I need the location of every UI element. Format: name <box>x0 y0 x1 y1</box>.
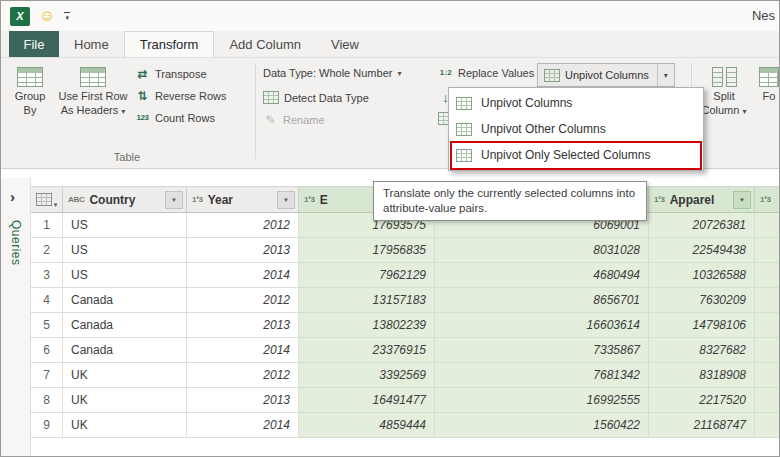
row-number[interactable]: 9 <box>31 413 63 438</box>
cell-value[interactable]: 17956835 <box>299 238 435 263</box>
cell-value[interactable]: 8327682 <box>649 338 755 363</box>
format-button[interactable]: Fo <box>749 63 780 104</box>
qat-customize-dropdown-icon[interactable]: ▾ <box>64 12 70 21</box>
cell-clipped[interactable] <box>755 363 780 388</box>
menu-item-unpivot-columns[interactable]: Unpivot Columns <box>449 90 703 116</box>
row-number[interactable]: 3 <box>31 263 63 288</box>
cell-value[interactable]: 10326588 <box>649 263 755 288</box>
cell-value[interactable]: 13157183 <box>299 288 435 313</box>
cell-country[interactable]: Canada <box>63 288 187 313</box>
cell-country[interactable]: US <box>63 213 187 238</box>
tab-home[interactable]: Home <box>59 31 124 57</box>
cell-value[interactable]: 7335867 <box>435 338 649 363</box>
cell-year[interactable]: 2014 <box>187 413 299 438</box>
replace-values-button[interactable]: 1↓2 Replace Values ▾ <box>438 67 543 79</box>
cell-value[interactable]: 2217520 <box>649 388 755 413</box>
cell-value[interactable]: 7962129 <box>299 263 435 288</box>
cell-year[interactable]: 2014 <box>187 263 299 288</box>
dropdown-arrow-icon[interactable]: ▾ <box>657 64 668 86</box>
cell-value[interactable]: 7630209 <box>649 288 755 313</box>
use-first-row-icon <box>80 67 106 87</box>
column-header-clipped[interactable]: 1²3 <box>755 186 780 213</box>
cell-value[interactable]: 8656701 <box>435 288 649 313</box>
tab-transform[interactable]: Transform <box>124 31 215 57</box>
menu-item-unpivot-other-columns[interactable]: Unpivot Other Columns <box>449 116 703 142</box>
cell-clipped[interactable] <box>755 213 780 238</box>
row-number[interactable]: 6 <box>31 338 63 363</box>
row-number[interactable]: 5 <box>31 313 63 338</box>
menu-item-label: Unpivot Other Columns <box>481 122 606 136</box>
count-rows-button[interactable]: 123 Count Rows <box>135 108 215 127</box>
cell-clipped[interactable] <box>755 263 780 288</box>
cell-value[interactable]: 4680494 <box>435 263 649 288</box>
number-type-icon: 1²3 <box>304 195 315 204</box>
column-header-apparel[interactable]: 1²3 Apparel ▾ <box>649 186 755 213</box>
transpose-button[interactable]: ⇄ Transpose <box>135 64 207 83</box>
cell-year[interactable]: 2012 <box>187 213 299 238</box>
queries-pane-label[interactable]: Queries <box>9 220 23 266</box>
cell-value[interactable]: 13802239 <box>299 313 435 338</box>
cell-value[interactable]: 21168747 <box>649 413 755 438</box>
cell-value[interactable]: 3392569 <box>299 363 435 388</box>
cell-clipped[interactable] <box>755 313 780 338</box>
tab-file[interactable]: File <box>9 31 59 57</box>
column-header-year[interactable]: 1²3 Year ▾ <box>187 186 299 213</box>
cell-clipped[interactable] <box>755 413 780 438</box>
cell-value[interactable]: 8318908 <box>649 363 755 388</box>
cell-year[interactable]: 2012 <box>187 288 299 313</box>
cell-value[interactable]: 23376915 <box>299 338 435 363</box>
cell-value[interactable]: 4859444 <box>299 413 435 438</box>
cell-country[interactable]: UK <box>63 388 187 413</box>
cell-clipped[interactable] <box>755 338 780 363</box>
cell-year[interactable]: 2014 <box>187 338 299 363</box>
filter-button[interactable]: ▾ <box>733 191 751 209</box>
table-corner-menu-button[interactable]: ▾ <box>31 186 63 213</box>
cell-year[interactable]: 2012 <box>187 363 299 388</box>
reverse-rows-button[interactable]: ⇅ Reverse Rows <box>135 86 227 105</box>
cell-country[interactable]: Canada <box>63 338 187 363</box>
cell-country[interactable]: Canada <box>63 313 187 338</box>
row-number[interactable]: 7 <box>31 363 63 388</box>
cell-country[interactable]: UK <box>63 363 187 388</box>
cell-value[interactable]: 8031028 <box>435 238 649 263</box>
reverse-rows-label: Reverse Rows <box>155 90 227 102</box>
row-number[interactable]: 2 <box>31 238 63 263</box>
tab-add-column[interactable]: Add Column <box>214 31 316 57</box>
cell-country[interactable]: US <box>63 238 187 263</box>
cell-value[interactable]: 16992555 <box>435 388 649 413</box>
row-number[interactable]: 4 <box>31 288 63 313</box>
use-first-row-label: Use First Row As Headers ▾ <box>53 90 133 118</box>
row-number[interactable]: 1 <box>31 213 63 238</box>
unpivot-columns-button[interactable]: Unpivot Columns ▾ <box>537 63 675 87</box>
detect-data-type-button[interactable]: Detect Data Type <box>263 88 369 107</box>
cell-value[interactable]: 14798106 <box>649 313 755 338</box>
caret-icon: ▾ <box>66 14 70 21</box>
cell-year[interactable]: 2013 <box>187 238 299 263</box>
cell-value[interactable]: 20726381 <box>649 213 755 238</box>
expand-pane-chevron-icon[interactable]: › <box>10 188 15 205</box>
tab-view[interactable]: View <box>316 31 374 57</box>
column-header-country[interactable]: ABC Country ▾ <box>63 186 187 213</box>
cell-year[interactable]: 2013 <box>187 388 299 413</box>
cell-country[interactable]: US <box>63 263 187 288</box>
cell-value[interactable]: 22549438 <box>649 238 755 263</box>
cell-value[interactable]: 16491477 <box>299 388 435 413</box>
row-number[interactable]: 8 <box>31 388 63 413</box>
filter-button[interactable]: ▾ <box>277 191 295 209</box>
smiley-icon[interactable]: ☺ <box>39 8 55 24</box>
split-column-button[interactable]: Split Column ▾ <box>697 63 751 118</box>
use-first-row-button[interactable]: Use First Row As Headers ▾ <box>53 63 133 118</box>
cell-clipped[interactable] <box>755 388 780 413</box>
cell-country[interactable]: UK <box>63 413 187 438</box>
filter-button[interactable]: ▾ <box>165 191 183 209</box>
cell-value[interactable]: 7681342 <box>435 363 649 388</box>
cell-clipped[interactable] <box>755 288 780 313</box>
group-by-button[interactable]: Group By <box>7 63 53 118</box>
cell-value[interactable]: 16603614 <box>435 313 649 338</box>
data-type-dropdown[interactable]: Data Type: Whole Number ▾ <box>263 67 401 79</box>
cell-clipped[interactable] <box>755 238 780 263</box>
cell-year[interactable]: 2013 <box>187 313 299 338</box>
cell-value[interactable]: 1560422 <box>435 413 649 438</box>
number-type-icon: 1²3 <box>760 195 771 204</box>
menu-item-unpivot-only-selected-columns[interactable]: Unpivot Only Selected Columns <box>449 142 703 168</box>
